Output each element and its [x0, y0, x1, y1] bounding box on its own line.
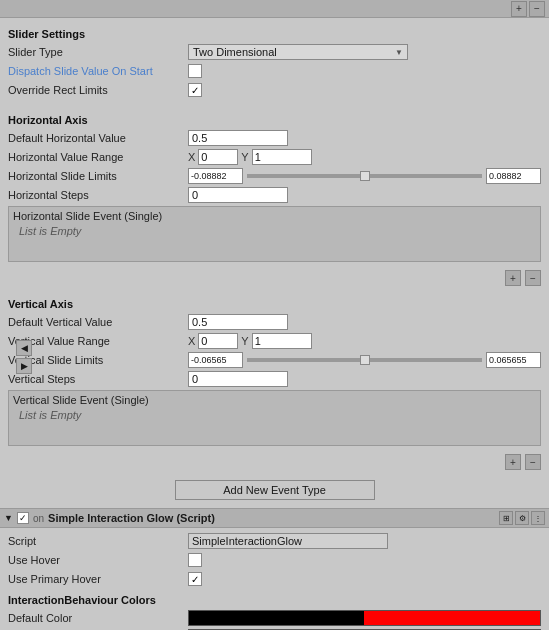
dropdown-arrow-icon: ▼	[395, 48, 403, 57]
vertical-steps-row: Vertical Steps 0	[8, 370, 541, 388]
vertical-slider-container: -0.06565 0.065655	[188, 352, 541, 368]
top-bar: + −	[0, 0, 549, 18]
h-remove-button[interactable]: −	[525, 270, 541, 286]
vertical-steps-value: 0	[188, 371, 541, 387]
default-vertical-row: Default Vertical Value 0.5	[8, 313, 541, 331]
horizontal-event-box: Horizontal Slide Event (Single) List is …	[8, 206, 541, 262]
vertical-event-box: Vertical Slide Event (Single) List is Em…	[8, 390, 541, 446]
vertical-limits-label: Vertical Slide Limits	[8, 354, 188, 366]
top-add-button[interactable]: +	[511, 1, 527, 17]
dispatch-label: Dispatch Slide Value On Start	[8, 65, 188, 77]
slider-settings-section: Slider Settings Slider Type Two Dimensio…	[0, 18, 549, 104]
top-remove-button[interactable]: −	[529, 1, 545, 17]
override-checkbox-container	[188, 83, 541, 97]
slider-type-row: Slider Type Two Dimensional ▼	[8, 43, 541, 61]
horizontal-slider-min[interactable]: -0.08882	[188, 168, 243, 184]
v-range-x-label: X	[188, 335, 195, 347]
add-event-button[interactable]: Add New Event Type	[175, 480, 375, 500]
component-on-label: on	[33, 513, 44, 524]
slider-type-text: Two Dimensional	[193, 46, 277, 58]
override-label: Override Rect Limits	[8, 84, 188, 96]
horizontal-steps-input[interactable]: 0	[188, 187, 288, 203]
component-foldout-icon[interactable]: ▼	[4, 513, 13, 523]
vertical-axis-section: Vertical Axis Default Vertical Value 0.5…	[0, 288, 549, 452]
vertical-steps-input[interactable]: 0	[188, 371, 288, 387]
default-vertical-input[interactable]: 0.5	[188, 314, 288, 330]
vertical-slider-min[interactable]: -0.06565	[188, 352, 243, 368]
horizontal-steps-value: 0	[188, 187, 541, 203]
add-event-container: Add New Event Type	[0, 472, 549, 508]
v-range-y-label: Y	[241, 335, 248, 347]
default-color-row: Default Color	[8, 609, 541, 627]
horizontal-slider-container: -0.08882 0.08882	[188, 168, 541, 184]
slider-type-label: Slider Type	[8, 46, 188, 58]
override-checkbox[interactable]	[188, 83, 202, 97]
slider-type-value: Two Dimensional ▼	[188, 44, 541, 60]
use-hover-row: Use Hover	[8, 551, 541, 569]
default-vertical-value: 0.5	[188, 314, 541, 330]
component-icon-settings[interactable]: ⚙	[515, 511, 529, 525]
side-button-2[interactable]: ▶	[16, 358, 32, 374]
v-remove-button[interactable]: −	[525, 454, 541, 470]
script-input[interactable]: SimpleInteractionGlow	[188, 533, 388, 549]
component-icon-menu[interactable]: ⋮	[531, 511, 545, 525]
use-primary-hover-checkbox[interactable]	[188, 572, 202, 586]
vertical-limits-row: Vertical Slide Limits -0.06565 0.065655	[8, 351, 541, 369]
range-y-input[interactable]: 1	[252, 149, 312, 165]
override-row: Override Rect Limits	[8, 81, 541, 99]
slider-type-dropdown[interactable]: Two Dimensional ▼	[188, 44, 408, 60]
vertical-slider-thumb[interactable]	[360, 355, 370, 365]
dispatch-checkbox-container	[188, 64, 541, 78]
vertical-range-label: Vertical Value Range	[8, 335, 188, 347]
default-color-swatch-container	[188, 610, 541, 626]
horizontal-limits-row: Horizontal Slide Limits -0.08882 0.08882	[8, 167, 541, 185]
horizontal-range-label: Horizontal Value Range	[8, 151, 188, 163]
horizontal-limits-label: Horizontal Slide Limits	[8, 170, 188, 182]
vertical-slider-track[interactable]	[247, 358, 482, 362]
vertical-event-title: Vertical Slide Event (Single)	[13, 393, 536, 407]
component-icon-grid[interactable]: ⊞	[499, 511, 513, 525]
vertical-list-empty: List is Empty	[13, 407, 536, 423]
default-color-label: Default Color	[8, 612, 188, 624]
use-primary-hover-label: Use Primary Hover	[8, 573, 188, 585]
range-x-input[interactable]: 0	[198, 149, 238, 165]
component-body: Script SimpleInteractionGlow Use Hover U…	[0, 528, 549, 630]
component-enable-checkbox[interactable]: ✓	[17, 512, 29, 524]
vertical-range-fields: X 0 Y 1	[188, 333, 541, 349]
vertical-slider-max[interactable]: 0.065655	[486, 352, 541, 368]
component-header: ▼ ✓ on Simple Interaction Glow (Script) …	[0, 508, 549, 528]
v-bottom-controls: + −	[0, 452, 549, 472]
use-primary-hover-value	[188, 572, 541, 586]
v-add-button[interactable]: +	[505, 454, 521, 470]
horizontal-steps-row: Horizontal Steps 0	[8, 186, 541, 204]
use-hover-value	[188, 553, 541, 567]
horizontal-slider-track[interactable]	[247, 174, 482, 178]
dispatch-row: Dispatch Slide Value On Start	[8, 62, 541, 80]
horizontal-range-row: Horizontal Value Range X 0 Y 1	[8, 148, 541, 166]
use-hover-checkbox[interactable]	[188, 553, 202, 567]
default-horizontal-value: 0.5	[188, 130, 541, 146]
horizontal-axis-title: Horizontal Axis	[8, 114, 541, 126]
horizontal-slider-max[interactable]: 0.08882	[486, 168, 541, 184]
script-label: Script	[8, 535, 188, 547]
default-color-swatch[interactable]	[188, 610, 541, 626]
h-add-button[interactable]: +	[505, 270, 521, 286]
colors-title: InteractionBehaviour Colors	[8, 594, 541, 606]
default-horizontal-input[interactable]: 0.5	[188, 130, 288, 146]
default-horizontal-label: Default Horizontal Value	[8, 132, 188, 144]
side-button-1[interactable]: ◀	[16, 340, 32, 356]
default-horizontal-row: Default Horizontal Value 0.5	[8, 129, 541, 147]
component-title: Simple Interaction Glow (Script)	[48, 512, 495, 524]
h-bottom-controls: + −	[0, 268, 549, 288]
vertical-axis-title: Vertical Axis	[8, 298, 541, 310]
dispatch-checkbox[interactable]	[188, 64, 202, 78]
component-icons: ⊞ ⚙ ⋮	[499, 511, 545, 525]
v-range-x-input[interactable]: 0	[198, 333, 238, 349]
use-hover-label: Use Hover	[8, 554, 188, 566]
horizontal-axis-section: Horizontal Axis Default Horizontal Value…	[0, 104, 549, 268]
horizontal-slider-thumb[interactable]	[360, 171, 370, 181]
script-value: SimpleInteractionGlow	[188, 533, 541, 549]
horizontal-steps-label: Horizontal Steps	[8, 189, 188, 201]
v-range-y-input[interactable]: 1	[252, 333, 312, 349]
horizontal-range-fields: X 0 Y 1	[188, 149, 541, 165]
